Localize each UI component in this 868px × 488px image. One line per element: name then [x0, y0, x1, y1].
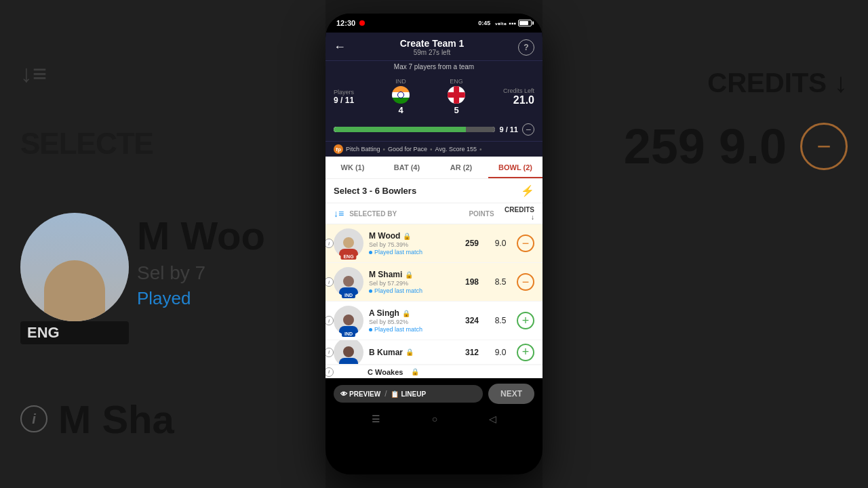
sort-selected-by[interactable]: SELECTED BY — [349, 210, 462, 218]
progress-minus-button[interactable]: − — [522, 123, 534, 136]
player-row-mshami: i IND M Shami 🔒 Sel by 57.29% — [326, 263, 542, 302]
bkumar-info: B Kumar 🔒 — [369, 348, 454, 357]
bkumar-credits: 9.0 — [490, 348, 511, 357]
players-label: Players — [334, 89, 354, 96]
help-button[interactable]: ? — [518, 39, 534, 56]
position-tabs: WK (1) BAT (4) AR (2) BOWL (2) — [326, 157, 542, 179]
player-row-mwood: i ENG M Wood 🔒 Sel by 75.39% — [326, 224, 542, 263]
bottom-action-bar: 👁 PREVIEW / 📋 LINEUP NEXT — [326, 378, 542, 409]
mwood-played: Played last match — [369, 249, 454, 256]
info-icon-bkumar[interactable]: i — [326, 348, 334, 357]
mwood-remove-button[interactable]: − — [517, 235, 534, 252]
mwood-lock-icon: 🔒 — [403, 232, 411, 240]
mshami-remove-button[interactable]: − — [517, 273, 534, 291]
android-nav-bar: ☰ ○ ◁ — [326, 409, 542, 428]
mshami-credits: 8.5 — [490, 277, 511, 287]
bg-points: 259 — [624, 119, 705, 174]
back-button[interactable]: ← — [334, 40, 346, 54]
team-ind-abbr: IND — [395, 78, 406, 85]
mwood-credits: 9.0 — [490, 239, 511, 248]
bowlers-title: Select 3 - 6 Bowlers — [334, 186, 416, 196]
tab-bat[interactable]: BAT (4) — [380, 157, 434, 178]
pitch-condition: Good for Pace — [388, 146, 427, 152]
network-info: ᵥₒₗₜₑ — [495, 20, 507, 26]
progress-track — [334, 127, 495, 132]
mwood-name: M Wood — [369, 231, 400, 241]
bg-player2-name: M Sha — [58, 396, 174, 442]
sort-points[interactable]: POINTS — [468, 210, 495, 218]
preview-icon: 👁 — [340, 390, 347, 398]
asingh-name: A Singh — [369, 308, 399, 318]
carrier-info: 0:45 — [478, 20, 490, 26]
phone-container: 12:30 0:45 ᵥₒₗₜₑ ▪▪▪ ← Create Team 1 59m… — [326, 14, 542, 474]
preview-lineup-group: 👁 PREVIEW / 📋 LINEUP — [334, 385, 483, 403]
progress-bar-container: 9 / 11 − — [326, 121, 542, 141]
info-icon-asingh[interactable]: i — [326, 316, 334, 325]
bg-credits-title: CREDITS ↓ — [707, 68, 848, 98]
bg-player1-sel: Sel by 7 — [137, 262, 265, 284]
bkumar-points: 312 — [460, 348, 484, 357]
filter-icon[interactable]: ⚡ — [521, 184, 534, 197]
mwood-points: 259 — [460, 239, 484, 248]
info-icon-cwoakes[interactable]: i — [326, 367, 334, 377]
asingh-points: 324 — [460, 316, 484, 325]
info-icon-mshami[interactable]: i — [326, 277, 334, 287]
signal-icon: ▪▪▪ — [509, 20, 516, 27]
bg-minus-btn: − — [800, 123, 848, 170]
bkumar-add-button[interactable]: + — [517, 344, 534, 361]
lineup-button[interactable]: 📋 LINEUP — [391, 390, 426, 398]
divider: / — [384, 389, 387, 399]
bkumar-name: B Kumar — [369, 348, 403, 357]
asingh-avatar-wrap: IND — [334, 306, 363, 336]
tab-wk[interactable]: WK (1) — [326, 157, 380, 178]
pitch-info-bar: fp Pitch Batting • Good for Pace • Avg. … — [326, 141, 542, 157]
header-subtitle: 59m 27s left — [400, 49, 465, 56]
progress-filled — [334, 127, 466, 132]
sort-row: ↓≡ SELECTED BY POINTS CREDITS ↓ — [326, 203, 542, 224]
bg-player1-avatar — [20, 213, 129, 321]
bg-credits-val: 9.0 — [719, 119, 787, 174]
next-button[interactable]: NEXT — [488, 384, 534, 404]
credits-value: 21.0 — [513, 94, 534, 106]
max-players-notice: Max 7 players from a team — [326, 60, 542, 73]
bg-selected-text: SELECTE — [20, 127, 153, 161]
nav-back[interactable]: ◁ — [489, 413, 496, 424]
team-eng-group: ENG 5 — [448, 78, 465, 115]
bg-player1-played: Played — [137, 288, 265, 309]
tab-ar[interactable]: AR (2) — [434, 157, 488, 178]
mshami-team-badge: IND — [342, 292, 355, 298]
nav-menu[interactable]: ☰ — [372, 413, 380, 424]
mshami-info: M Shami 🔒 Sel by 57.29% Played last matc… — [369, 270, 454, 294]
bkumar-avatar-wrap: IND — [334, 340, 363, 365]
mshami-played: Played last match — [369, 287, 454, 294]
sort-credits[interactable]: CREDITS ↓ — [500, 206, 534, 221]
bkumar-lock-icon: 🔒 — [406, 348, 414, 356]
mwood-sel: Sel by 75.39% — [369, 241, 454, 248]
team-eng-count: 5 — [454, 105, 458, 115]
preview-button[interactable]: 👁 PREVIEW — [340, 390, 380, 398]
nav-home[interactable]: ○ — [432, 413, 437, 424]
mshami-points: 198 — [460, 277, 484, 287]
asingh-add-button[interactable]: + — [517, 312, 534, 329]
battery-tip — [532, 22, 534, 25]
asingh-info: A Singh 🔒 Sel by 85.92% Played last matc… — [369, 308, 454, 333]
pitch-score: Avg. Score 155 — [435, 146, 477, 152]
asingh-team-badge: IND — [342, 331, 355, 337]
info-icon-mwood[interactable]: i — [326, 239, 334, 248]
sort-icon[interactable]: ↓≡ — [334, 208, 344, 219]
credits-info: Credits Left 21.0 — [503, 87, 534, 106]
asingh-credits: 8.5 — [490, 316, 511, 325]
teams-bar: Players 9 / 11 IND 4 ENG 5 Credits Left … — [326, 73, 542, 121]
asingh-played: Played last match — [369, 326, 454, 333]
india-flag — [392, 86, 410, 104]
bg-info-icon2[interactable]: i — [20, 405, 47, 432]
battery-fill — [519, 21, 528, 25]
cwoakes-name: C Woakes — [368, 368, 403, 376]
pitch-logo: fp — [334, 144, 343, 154]
bowlers-section: Select 3 - 6 Bowlers ⚡ ↓≡ SELECTED BY PO… — [326, 179, 542, 365]
mshami-avatar-wrap: IND — [334, 267, 363, 297]
header-title: Create Team 1 — [400, 38, 465, 49]
bowlers-header: Select 3 - 6 Bowlers ⚡ — [326, 179, 542, 203]
team-ind-group: IND 4 — [392, 78, 410, 115]
tab-bowl[interactable]: BOWL (2) — [488, 157, 542, 178]
